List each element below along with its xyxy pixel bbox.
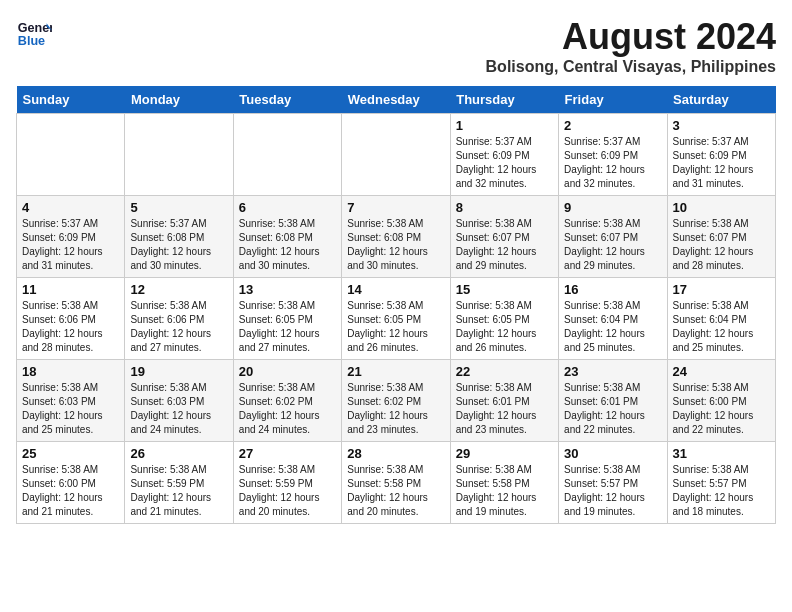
calendar-cell: 26Sunrise: 5:38 AM Sunset: 5:59 PM Dayli… bbox=[125, 442, 233, 524]
day-info: Sunrise: 5:37 AM Sunset: 6:09 PM Dayligh… bbox=[673, 135, 770, 191]
calendar-week-1: 1Sunrise: 5:37 AM Sunset: 6:09 PM Daylig… bbox=[17, 114, 776, 196]
day-number: 7 bbox=[347, 200, 444, 215]
day-number: 29 bbox=[456, 446, 553, 461]
day-number: 6 bbox=[239, 200, 336, 215]
day-info: Sunrise: 5:38 AM Sunset: 5:58 PM Dayligh… bbox=[456, 463, 553, 519]
day-number: 13 bbox=[239, 282, 336, 297]
weekday-header-saturday: Saturday bbox=[667, 86, 775, 114]
weekday-header-thursday: Thursday bbox=[450, 86, 558, 114]
day-info: Sunrise: 5:38 AM Sunset: 5:59 PM Dayligh… bbox=[130, 463, 227, 519]
title-section: August 2024 Bolisong, Central Visayas, P… bbox=[486, 16, 776, 76]
calendar-cell: 20Sunrise: 5:38 AM Sunset: 6:02 PM Dayli… bbox=[233, 360, 341, 442]
day-info: Sunrise: 5:38 AM Sunset: 6:05 PM Dayligh… bbox=[456, 299, 553, 355]
day-info: Sunrise: 5:38 AM Sunset: 6:06 PM Dayligh… bbox=[130, 299, 227, 355]
day-info: Sunrise: 5:38 AM Sunset: 6:02 PM Dayligh… bbox=[347, 381, 444, 437]
day-number: 30 bbox=[564, 446, 661, 461]
calendar-cell: 22Sunrise: 5:38 AM Sunset: 6:01 PM Dayli… bbox=[450, 360, 558, 442]
calendar-cell: 10Sunrise: 5:38 AM Sunset: 6:07 PM Dayli… bbox=[667, 196, 775, 278]
calendar-cell: 17Sunrise: 5:38 AM Sunset: 6:04 PM Dayli… bbox=[667, 278, 775, 360]
day-number: 26 bbox=[130, 446, 227, 461]
day-info: Sunrise: 5:38 AM Sunset: 6:03 PM Dayligh… bbox=[130, 381, 227, 437]
day-number: 17 bbox=[673, 282, 770, 297]
day-info: Sunrise: 5:38 AM Sunset: 6:07 PM Dayligh… bbox=[564, 217, 661, 273]
day-info: Sunrise: 5:38 AM Sunset: 6:02 PM Dayligh… bbox=[239, 381, 336, 437]
day-info: Sunrise: 5:37 AM Sunset: 6:09 PM Dayligh… bbox=[456, 135, 553, 191]
day-info: Sunrise: 5:38 AM Sunset: 6:01 PM Dayligh… bbox=[456, 381, 553, 437]
calendar-cell: 21Sunrise: 5:38 AM Sunset: 6:02 PM Dayli… bbox=[342, 360, 450, 442]
weekday-header-tuesday: Tuesday bbox=[233, 86, 341, 114]
day-info: Sunrise: 5:38 AM Sunset: 6:00 PM Dayligh… bbox=[22, 463, 119, 519]
calendar-cell bbox=[233, 114, 341, 196]
weekday-header-wednesday: Wednesday bbox=[342, 86, 450, 114]
calendar-cell: 8Sunrise: 5:38 AM Sunset: 6:07 PM Daylig… bbox=[450, 196, 558, 278]
calendar-cell: 3Sunrise: 5:37 AM Sunset: 6:09 PM Daylig… bbox=[667, 114, 775, 196]
calendar-cell: 13Sunrise: 5:38 AM Sunset: 6:05 PM Dayli… bbox=[233, 278, 341, 360]
calendar-cell: 14Sunrise: 5:38 AM Sunset: 6:05 PM Dayli… bbox=[342, 278, 450, 360]
calendar-cell: 5Sunrise: 5:37 AM Sunset: 6:08 PM Daylig… bbox=[125, 196, 233, 278]
day-number: 20 bbox=[239, 364, 336, 379]
calendar-cell: 29Sunrise: 5:38 AM Sunset: 5:58 PM Dayli… bbox=[450, 442, 558, 524]
day-info: Sunrise: 5:38 AM Sunset: 5:58 PM Dayligh… bbox=[347, 463, 444, 519]
calendar-cell: 18Sunrise: 5:38 AM Sunset: 6:03 PM Dayli… bbox=[17, 360, 125, 442]
day-info: Sunrise: 5:38 AM Sunset: 6:05 PM Dayligh… bbox=[347, 299, 444, 355]
calendar-cell bbox=[17, 114, 125, 196]
calendar-week-5: 25Sunrise: 5:38 AM Sunset: 6:00 PM Dayli… bbox=[17, 442, 776, 524]
day-number: 2 bbox=[564, 118, 661, 133]
weekday-header-monday: Monday bbox=[125, 86, 233, 114]
day-info: Sunrise: 5:38 AM Sunset: 6:07 PM Dayligh… bbox=[456, 217, 553, 273]
day-number: 25 bbox=[22, 446, 119, 461]
calendar-cell: 25Sunrise: 5:38 AM Sunset: 6:00 PM Dayli… bbox=[17, 442, 125, 524]
calendar-cell: 6Sunrise: 5:38 AM Sunset: 6:08 PM Daylig… bbox=[233, 196, 341, 278]
day-number: 23 bbox=[564, 364, 661, 379]
day-info: Sunrise: 5:38 AM Sunset: 6:08 PM Dayligh… bbox=[347, 217, 444, 273]
day-info: Sunrise: 5:38 AM Sunset: 6:05 PM Dayligh… bbox=[239, 299, 336, 355]
day-number: 9 bbox=[564, 200, 661, 215]
day-number: 3 bbox=[673, 118, 770, 133]
day-info: Sunrise: 5:38 AM Sunset: 6:00 PM Dayligh… bbox=[673, 381, 770, 437]
day-info: Sunrise: 5:38 AM Sunset: 6:06 PM Dayligh… bbox=[22, 299, 119, 355]
calendar-cell: 12Sunrise: 5:38 AM Sunset: 6:06 PM Dayli… bbox=[125, 278, 233, 360]
day-number: 14 bbox=[347, 282, 444, 297]
day-info: Sunrise: 5:38 AM Sunset: 5:57 PM Dayligh… bbox=[564, 463, 661, 519]
day-number: 15 bbox=[456, 282, 553, 297]
day-number: 19 bbox=[130, 364, 227, 379]
day-info: Sunrise: 5:38 AM Sunset: 5:59 PM Dayligh… bbox=[239, 463, 336, 519]
day-number: 4 bbox=[22, 200, 119, 215]
calendar-week-4: 18Sunrise: 5:38 AM Sunset: 6:03 PM Dayli… bbox=[17, 360, 776, 442]
day-info: Sunrise: 5:37 AM Sunset: 6:09 PM Dayligh… bbox=[22, 217, 119, 273]
calendar-cell: 31Sunrise: 5:38 AM Sunset: 5:57 PM Dayli… bbox=[667, 442, 775, 524]
calendar-table: SundayMondayTuesdayWednesdayThursdayFrid… bbox=[16, 86, 776, 524]
day-info: Sunrise: 5:38 AM Sunset: 6:07 PM Dayligh… bbox=[673, 217, 770, 273]
calendar-cell: 11Sunrise: 5:38 AM Sunset: 6:06 PM Dayli… bbox=[17, 278, 125, 360]
day-number: 22 bbox=[456, 364, 553, 379]
day-number: 10 bbox=[673, 200, 770, 215]
day-number: 28 bbox=[347, 446, 444, 461]
day-info: Sunrise: 5:37 AM Sunset: 6:09 PM Dayligh… bbox=[564, 135, 661, 191]
day-info: Sunrise: 5:38 AM Sunset: 5:57 PM Dayligh… bbox=[673, 463, 770, 519]
calendar-cell: 16Sunrise: 5:38 AM Sunset: 6:04 PM Dayli… bbox=[559, 278, 667, 360]
calendar-cell: 1Sunrise: 5:37 AM Sunset: 6:09 PM Daylig… bbox=[450, 114, 558, 196]
calendar-cell: 30Sunrise: 5:38 AM Sunset: 5:57 PM Dayli… bbox=[559, 442, 667, 524]
calendar-cell: 24Sunrise: 5:38 AM Sunset: 6:00 PM Dayli… bbox=[667, 360, 775, 442]
calendar-cell: 28Sunrise: 5:38 AM Sunset: 5:58 PM Dayli… bbox=[342, 442, 450, 524]
day-number: 21 bbox=[347, 364, 444, 379]
calendar-cell: 27Sunrise: 5:38 AM Sunset: 5:59 PM Dayli… bbox=[233, 442, 341, 524]
day-number: 16 bbox=[564, 282, 661, 297]
weekday-header-sunday: Sunday bbox=[17, 86, 125, 114]
calendar-cell bbox=[125, 114, 233, 196]
logo-icon: General Blue bbox=[16, 16, 52, 52]
day-number: 18 bbox=[22, 364, 119, 379]
calendar-cell bbox=[342, 114, 450, 196]
day-number: 31 bbox=[673, 446, 770, 461]
day-info: Sunrise: 5:38 AM Sunset: 6:08 PM Dayligh… bbox=[239, 217, 336, 273]
day-info: Sunrise: 5:38 AM Sunset: 6:04 PM Dayligh… bbox=[564, 299, 661, 355]
day-info: Sunrise: 5:38 AM Sunset: 6:03 PM Dayligh… bbox=[22, 381, 119, 437]
calendar-cell: 4Sunrise: 5:37 AM Sunset: 6:09 PM Daylig… bbox=[17, 196, 125, 278]
month-year-title: August 2024 bbox=[486, 16, 776, 58]
day-number: 11 bbox=[22, 282, 119, 297]
calendar-week-2: 4Sunrise: 5:37 AM Sunset: 6:09 PM Daylig… bbox=[17, 196, 776, 278]
day-number: 1 bbox=[456, 118, 553, 133]
calendar-cell: 15Sunrise: 5:38 AM Sunset: 6:05 PM Dayli… bbox=[450, 278, 558, 360]
location-subtitle: Bolisong, Central Visayas, Philippines bbox=[486, 58, 776, 76]
day-number: 27 bbox=[239, 446, 336, 461]
